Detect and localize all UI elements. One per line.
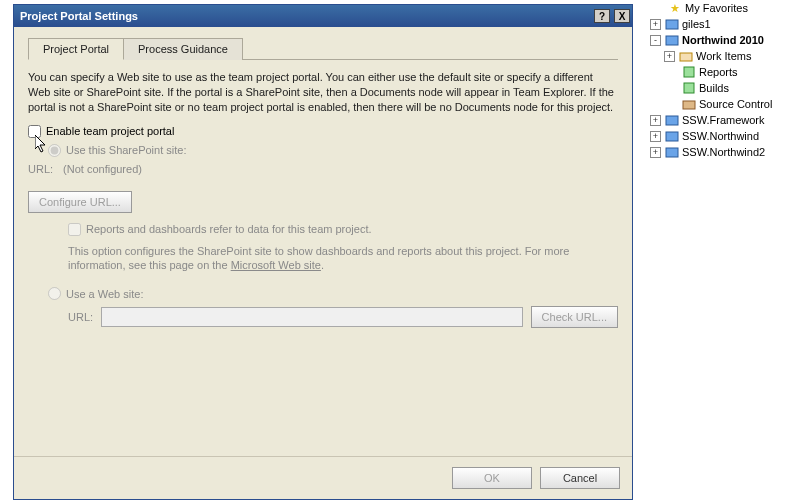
svg-rect-6 <box>666 116 678 125</box>
reports-label: Reports and dashboards refer to data for… <box>86 223 372 235</box>
url-label: URL: <box>28 163 53 175</box>
tree-item-label: Builds <box>699 82 729 94</box>
reports-checkbox[interactable] <box>68 223 81 236</box>
proj-icon <box>664 128 680 144</box>
tree-item[interactable]: Builds <box>640 80 810 96</box>
website-url-row: URL: Check URL... <box>68 306 618 328</box>
proj-icon <box>664 16 680 32</box>
build-icon <box>681 80 697 96</box>
proj-icon <box>664 32 680 48</box>
tree-item[interactable]: Source Control <box>640 96 810 112</box>
svg-rect-4 <box>684 83 694 93</box>
website-url-input[interactable] <box>101 307 523 327</box>
tree-item[interactable]: Reports <box>640 64 810 80</box>
url-not-configured: (Not configured) <box>63 163 142 175</box>
dialog-title: Project Portal Settings <box>20 10 138 22</box>
cursor-icon <box>35 135 49 155</box>
collapse-icon[interactable]: - <box>650 35 661 46</box>
tabstrip: Project Portal Process Guidance <box>28 37 618 60</box>
src-icon <box>681 96 697 112</box>
svg-rect-1 <box>666 36 678 45</box>
project-portal-dialog: Project Portal Settings ? X Project Port… <box>13 4 633 500</box>
svg-rect-0 <box>666 20 678 29</box>
expand-icon[interactable]: + <box>664 51 675 62</box>
microsoft-link[interactable]: Microsoft Web site <box>231 259 321 271</box>
svg-rect-7 <box>666 132 678 141</box>
tree-item-label: SSW.Northwind2 <box>682 146 765 158</box>
spacer <box>664 99 678 110</box>
svg-rect-3 <box>684 67 694 77</box>
proj-icon <box>664 112 680 128</box>
svg-rect-2 <box>680 53 692 61</box>
cancel-button[interactable]: Cancel <box>540 467 620 489</box>
team-explorer-tree: ★My Favorites+giles1-Northwind 2010+Work… <box>640 0 810 160</box>
svg-rect-8 <box>666 148 678 157</box>
use-website-label: Use a Web site: <box>66 288 143 300</box>
buttonbar: OK Cancel <box>14 456 632 499</box>
tab-project-portal[interactable]: Project Portal <box>28 38 124 60</box>
spacer <box>664 83 678 94</box>
enable-portal-label: Enable team project portal <box>46 125 174 137</box>
ok-button[interactable]: OK <box>452 467 532 489</box>
proj-icon <box>664 144 680 160</box>
tree-item-label: giles1 <box>682 18 711 30</box>
tree-item-label: My Favorites <box>685 2 748 14</box>
folder-icon <box>678 48 694 64</box>
tree-item[interactable]: +SSW.Northwind <box>640 128 810 144</box>
expand-icon[interactable]: + <box>650 19 661 30</box>
description-text: You can specify a Web site to use as the… <box>28 70 618 115</box>
tree-item[interactable]: +giles1 <box>640 16 810 32</box>
use-sharepoint-row: Use this SharePoint site: <box>48 144 618 157</box>
use-website-radio[interactable] <box>48 287 61 300</box>
spacer <box>664 67 678 78</box>
tree-item[interactable]: -Northwind 2010 <box>640 32 810 48</box>
tab-process-guidance[interactable]: Process Guidance <box>123 38 243 60</box>
expand-icon[interactable]: + <box>650 131 661 142</box>
titlebar[interactable]: Project Portal Settings ? X <box>14 5 632 27</box>
option-note-text2: . <box>321 259 324 271</box>
enable-portal-row: Enable team project portal <box>28 125 618 138</box>
website-url-label: URL: <box>68 311 93 323</box>
check-url-button[interactable]: Check URL... <box>531 306 618 328</box>
tree-item[interactable]: +SSW.Framework <box>640 112 810 128</box>
option-note: This option configures the SharePoint si… <box>68 244 618 274</box>
tree-item[interactable]: +Work Items <box>640 48 810 64</box>
sp-url-row: URL: (Not configured) <box>28 163 618 175</box>
help-button[interactable]: ? <box>594 9 610 23</box>
use-website-row: Use a Web site: <box>48 287 618 300</box>
configure-url-button[interactable]: Configure URL... <box>28 191 132 213</box>
use-sharepoint-radio[interactable] <box>48 144 61 157</box>
reports-row: Reports and dashboards refer to data for… <box>68 223 618 236</box>
star-icon: ★ <box>667 0 683 16</box>
expand-icon[interactable]: + <box>650 147 661 158</box>
spacer <box>650 3 664 14</box>
tree-item-label: Northwind 2010 <box>682 34 764 46</box>
use-sharepoint-label: Use this SharePoint site: <box>66 144 186 156</box>
tree-item-label: Source Control <box>699 98 772 110</box>
close-button[interactable]: X <box>614 9 630 23</box>
tree-item-label: SSW.Northwind <box>682 130 759 142</box>
tree-item[interactable]: +SSW.Northwind2 <box>640 144 810 160</box>
tree-item-label: Reports <box>699 66 738 78</box>
dialog-body: Project Portal Process Guidance You can … <box>14 27 632 456</box>
expand-icon[interactable]: + <box>650 115 661 126</box>
report-icon <box>681 64 697 80</box>
enable-portal-checkbox[interactable] <box>28 125 41 138</box>
tree-item-label: Work Items <box>696 50 751 62</box>
svg-rect-5 <box>683 101 695 109</box>
tree-item[interactable]: ★My Favorites <box>640 0 810 16</box>
tree-item-label: SSW.Framework <box>682 114 765 126</box>
